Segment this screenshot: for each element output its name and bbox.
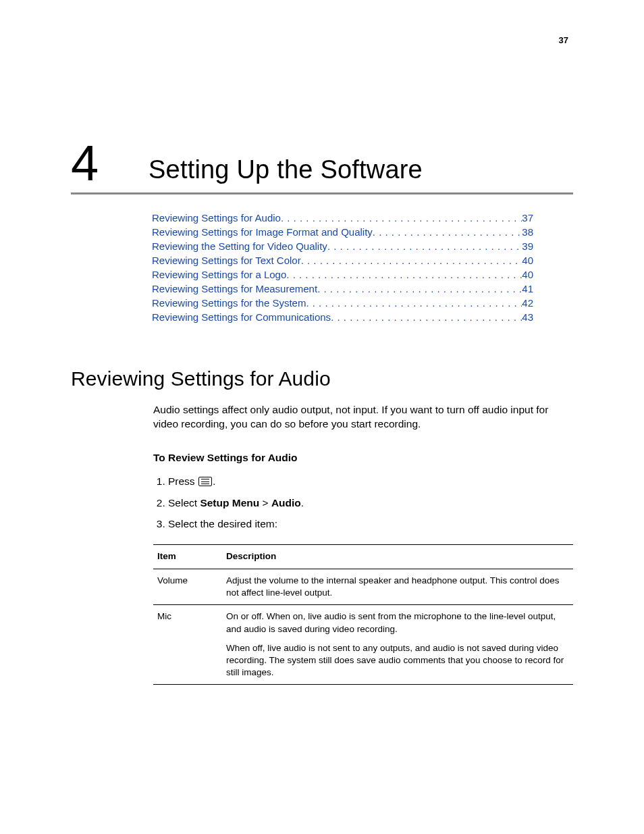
toc-entry: Reviewing Settings for a Logo 40 [152,267,533,282]
toc-link-system[interactable]: Reviewing Settings for the System [152,296,306,310]
step-2-text-a: Select [168,497,200,509]
table-header-row: Item Description [153,545,573,569]
toc-page: 40 [522,253,533,267]
table-cell-desc: On or off. When on, live audio is sent f… [222,605,573,685]
section-body: Audio settings affect only audio output,… [153,402,573,685]
chapter-rule [71,192,573,194]
section-intro: Audio settings affect only audio output,… [153,402,573,432]
toc-link-measurement[interactable]: Reviewing Settings for Measurement [152,282,317,296]
settings-table: Item Description Volume Adjust the volum… [153,544,573,685]
menu-button-icon [198,477,212,486]
toc-leader [286,267,522,282]
page-number: 37 [559,35,568,45]
chapter-title: Setting Up the Software [149,128,573,184]
toc-entry: Reviewing the Setting for Video Quality … [152,239,533,253]
step-2-menu-b: Audio [271,497,301,509]
table-header-desc: Description [222,545,573,569]
desc-para: Adjust the volume to the internal speake… [226,575,569,599]
toc-leader [373,225,522,239]
toc-leader [306,296,522,310]
step-2-sep: > [259,497,271,509]
toc-leader [281,211,522,225]
toc-entry: Reviewing Settings for Audio 37 [152,211,533,225]
step-1-text-a: Press [168,475,198,487]
toc-leader [301,253,522,267]
table-cell-item: Volume [153,569,222,604]
step-2-text-e: . [301,497,304,509]
toc-page: 41 [522,282,533,296]
table-row: Mic On or off. When on, live audio is se… [153,605,573,685]
toc-link-image-format[interactable]: Reviewing Settings for Image Format and … [152,225,373,239]
toc-page: 38 [522,225,533,239]
toc-link-video-quality[interactable]: Reviewing the Setting for Video Quality [152,239,327,253]
table-row: Volume Adjust the volume to the internal… [153,569,573,604]
desc-para: When off, live audio is not sent to any … [226,642,569,679]
toc-entry: Reviewing Settings for Communications 43 [152,310,533,324]
toc-entry: Reviewing Settings for the System 42 [152,296,533,310]
step-3: Select the desired item: [168,517,573,531]
toc-link-text-color[interactable]: Reviewing Settings for Text Color [152,253,301,267]
toc-page: 43 [522,310,533,324]
toc-entry: Reviewing Settings for Text Color 40 [152,253,533,267]
table-header-item: Item [153,545,222,569]
chapter-number: 4 [71,138,99,188]
toc-link-communications[interactable]: Reviewing Settings for Communications [152,310,331,324]
desc-para: On or off. When on, live audio is sent f… [226,610,569,635]
procedure-steps: Press . Select Setup Menu > Audio. Selec… [153,474,573,531]
table-cell-item: Mic [153,605,222,685]
step-2-menu-a: Setup Menu [200,497,259,509]
chapter-header: 4 Setting Up the Software [71,128,573,194]
toc-page: 42 [522,296,533,310]
toc-link-logo[interactable]: Reviewing Settings for a Logo [152,267,286,282]
step-2: Select Setup Menu > Audio. [168,496,573,510]
toc-entry: Reviewing Settings for Image Format and … [152,225,533,239]
section-title-audio: Reviewing Settings for Audio [71,367,573,390]
chapter-toc: Reviewing Settings for Audio 37 Reviewin… [152,211,533,324]
toc-page: 40 [522,267,533,282]
page: 37 4 Setting Up the Software Reviewing S… [0,0,644,834]
toc-leader [331,310,522,324]
toc-leader [327,239,522,253]
toc-leader [317,282,522,296]
toc-page: 37 [522,211,533,225]
step-1: Press . [168,474,573,488]
toc-entry: Reviewing Settings for Measurement 41 [152,282,533,296]
toc-page: 39 [522,239,533,253]
step-1-text-b: . [213,475,215,487]
procedure-heading: To Review Settings for Audio [153,450,573,465]
toc-link-audio[interactable]: Reviewing Settings for Audio [152,211,281,225]
table-cell-desc: Adjust the volume to the internal speake… [222,569,573,604]
